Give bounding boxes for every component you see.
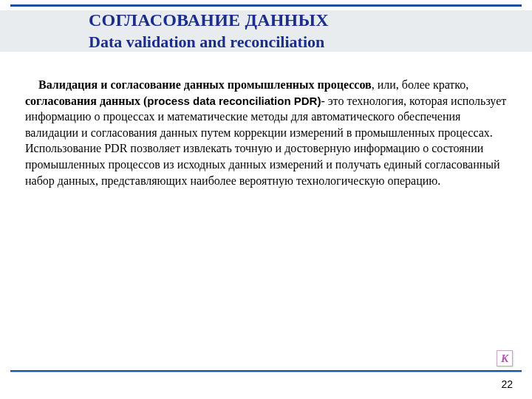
- bold2-en: process data reconciliation PDR): [147, 95, 321, 107]
- after-lead: , или, более кратко,: [372, 78, 469, 91]
- logo-badge: К: [497, 350, 513, 366]
- bottom-divider: [10, 370, 522, 372]
- top-divider: [10, 4, 522, 7]
- body-rest: - это технология, которая использует инф…: [25, 95, 506, 187]
- title-en: Data validation and reconciliation: [89, 33, 502, 52]
- body-paragraph: Валидация и согласование данных промышле…: [25, 77, 507, 188]
- lead-bold: Валидация и согласование данных промышле…: [38, 78, 372, 91]
- title-ru: СОГЛАСОВАНИЕ ДАННЫХ: [89, 10, 502, 31]
- bold2-ru: согласования данных (: [25, 95, 147, 107]
- slide-title: СОГЛАСОВАНИЕ ДАННЫХ Data validation and …: [89, 10, 502, 52]
- logo-letter: К: [501, 352, 508, 365]
- page-number: 22: [501, 378, 513, 390]
